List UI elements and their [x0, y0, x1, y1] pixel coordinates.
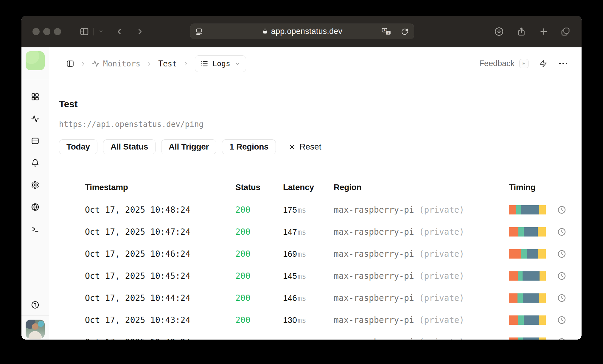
traffic-lights: [32, 28, 61, 35]
timing-segment: [539, 315, 546, 325]
filter-period-button[interactable]: Today: [59, 139, 97, 154]
row-timing-bar: [509, 227, 546, 237]
table-row[interactable]: Oct 17, 2025 10:44:24 200 146 ms max-ras…: [59, 287, 567, 309]
panel-top-icon: [31, 137, 39, 145]
breadcrumb-monitors[interactable]: Monitors: [92, 59, 140, 68]
timing-segment: [509, 337, 518, 340]
row-latency-unit: ms: [298, 316, 306, 325]
close-icon: [288, 143, 296, 151]
sidebar-divider: [21, 315, 49, 316]
table-row[interactable]: Oct 17, 2025 10:47:24 200 147 ms max-ras…: [59, 221, 567, 243]
clock-icon: [557, 250, 566, 258]
quick-actions-button[interactable]: [539, 60, 547, 68]
row-timestamp: Oct 17, 2025 10:48:24: [85, 205, 235, 215]
table-row[interactable]: Oct 17, 2025 10:42:24 max-raspberry-pi (…: [59, 331, 567, 340]
filter-status-button[interactable]: All Status: [103, 139, 156, 154]
sidebar-item-dashboard[interactable]: [31, 93, 39, 101]
timing-segment: [521, 249, 527, 259]
browser-chrome: app.openstatus.dev A 文: [21, 16, 582, 47]
page-title: Test: [59, 99, 567, 110]
filters-bar: Today All Status All Trigger 1 Regions R…: [59, 139, 567, 154]
more-options-button[interactable]: [559, 63, 567, 64]
sidebar-item-status-pages[interactable]: [31, 137, 39, 145]
row-region-badge: (private): [419, 337, 464, 340]
app-sidebar-toggle-button[interactable]: [66, 60, 74, 68]
row-timestamp: Oct 17, 2025 10:43:24: [85, 315, 235, 325]
table-row[interactable]: Oct 17, 2025 10:43:24 200 130 ms max-ras…: [59, 309, 567, 331]
zoom-window-button[interactable]: [54, 28, 61, 35]
clock-icon: [557, 294, 566, 302]
row-timing-bar: [509, 293, 546, 303]
close-window-button[interactable]: [32, 28, 40, 35]
reset-filters-button[interactable]: Reset: [288, 142, 321, 152]
logs-table: Timestamp Status Latency Region Timing O…: [59, 176, 567, 340]
view-selector-label: Logs: [212, 59, 230, 68]
row-region-badge: (private): [419, 249, 464, 259]
user-avatar[interactable]: [26, 320, 45, 339]
filter-regions-button[interactable]: 1 Regions: [222, 139, 276, 154]
row-timing-bar: [509, 249, 546, 259]
row-region-cell: max-raspberry-pi (private): [334, 293, 509, 303]
workspace-avatar[interactable]: [26, 51, 45, 70]
filter-trigger-button[interactable]: All Trigger: [161, 139, 216, 154]
row-latency-value: 147: [283, 227, 297, 237]
downloads-button[interactable]: [492, 25, 506, 38]
sidebar-item-cli[interactable]: [31, 225, 39, 233]
row-region: max-raspberry-pi: [334, 205, 414, 215]
sidebar-item-notifications[interactable]: [31, 159, 39, 167]
minimize-window-button[interactable]: [43, 28, 50, 35]
activity-icon: [92, 60, 100, 67]
col-status: Status: [235, 183, 283, 192]
timing-segment: [539, 337, 546, 340]
row-region-badge: (private): [419, 315, 464, 325]
row-region-cell: max-raspberry-pi (private): [334, 315, 509, 325]
row-timestamp: Oct 17, 2025 10:44:24: [85, 293, 235, 303]
app-shell: Monitors Test Logs: [21, 47, 582, 340]
sidebar-item-settings[interactable]: [31, 181, 39, 189]
sidebar-item-monitors[interactable]: [31, 115, 39, 123]
new-tab-button[interactable]: [537, 25, 550, 38]
row-timestamp: Oct 17, 2025 10:47:24: [85, 227, 235, 237]
timing-segment: [518, 271, 523, 281]
row-latency-value: 130: [283, 315, 297, 325]
share-button[interactable]: [515, 25, 528, 38]
app-sidebar: [21, 47, 49, 340]
col-latency: Latency: [283, 183, 334, 192]
zap-icon: [539, 60, 547, 68]
row-timestamp: Oct 17, 2025 10:42:24: [85, 337, 235, 340]
timing-segment: [538, 227, 546, 237]
back-button[interactable]: [113, 25, 126, 38]
timing-segment: [527, 249, 538, 259]
translate-icon[interactable]: A 文: [382, 28, 391, 36]
sidebar-item-regions[interactable]: [31, 203, 39, 211]
chevron-down-icon: [234, 61, 240, 67]
table-row[interactable]: Oct 17, 2025 10:45:24 200 145 ms max-ras…: [59, 265, 567, 287]
sidebar-menu-chevron[interactable]: [95, 25, 107, 38]
page-content: Test https://api.openstatus.dev/ping Tod…: [49, 80, 582, 340]
row-timestamp: Oct 17, 2025 10:45:24: [85, 271, 235, 281]
help-button[interactable]: [31, 301, 39, 309]
feedback-button[interactable]: Feedback F: [479, 59, 529, 68]
address-bar[interactable]: app.openstatus.dev A 文: [190, 24, 414, 39]
terminal-icon: [31, 225, 39, 233]
row-latency-unit: ms: [298, 228, 306, 237]
forward-button[interactable]: [133, 25, 147, 38]
row-latency-value: 175: [283, 205, 297, 215]
lock-icon: [262, 28, 268, 35]
table-row[interactable]: Oct 17, 2025 10:48:24 200 175 ms max-ras…: [59, 199, 567, 221]
tab-overview-button[interactable]: [559, 25, 572, 38]
globe-icon: [31, 203, 39, 211]
timing-segment: [518, 315, 524, 325]
row-region: max-raspberry-pi: [334, 293, 414, 303]
svg-text:文: 文: [387, 31, 390, 34]
reload-icon[interactable]: [401, 28, 408, 35]
row-timestamp: Oct 17, 2025 10:46:24: [85, 249, 235, 259]
table-row[interactable]: Oct 17, 2025 10:46:24 200 169 ms max-ras…: [59, 243, 567, 265]
sidebar-toggle-button[interactable]: [78, 25, 91, 38]
breadcrumb-monitor-name[interactable]: Test: [158, 59, 177, 68]
workspace-header: [21, 47, 49, 80]
row-latency-value: 146: [283, 293, 297, 303]
address-url: app.openstatus.dev: [271, 27, 342, 36]
view-selector-dropdown[interactable]: Logs: [195, 55, 246, 72]
col-region: Region: [334, 183, 509, 192]
